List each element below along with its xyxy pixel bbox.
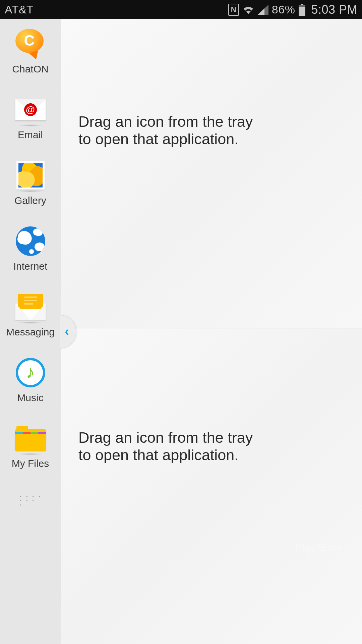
wifi-icon <box>242 5 254 15</box>
tray-create-button[interactable]: · · · ·· · ·· <box>0 491 61 513</box>
clock-time: 5:03 PM <box>311 3 357 17</box>
drop-zone-bottom[interactable]: Drag an icon from the tray to open that … <box>61 328 362 644</box>
status-right-group: N 86% 5:03 PM <box>228 3 357 17</box>
multiwindow-screen: C ChatON @ Email Gallery Internet Messag… <box>0 19 362 644</box>
multiwindow-zones: Drag an icon from the tray to open that … <box>61 19 362 644</box>
tray-item-label: My Files <box>12 458 49 469</box>
ghost-app-label: Play Store <box>296 542 342 553</box>
music-icon: ♪ <box>16 358 45 387</box>
tray-item-label: Messaging <box>6 326 55 338</box>
svg-rect-2 <box>299 7 305 16</box>
tray-item-label: Internet <box>13 261 48 272</box>
chevron-left-icon: ‹ <box>65 324 69 339</box>
battery-percent: 86% <box>272 3 295 16</box>
drop-hint-text: Drag an icon from the tray to open that … <box>78 113 266 148</box>
tray-item-gallery[interactable]: Gallery <box>0 160 61 206</box>
status-bar: AT&T N 86% 5:03 PM <box>0 0 362 19</box>
tray-item-email[interactable]: @ Email <box>0 94 61 141</box>
tray-item-label: Gallery <box>14 195 46 206</box>
tray-item-messaging[interactable]: Messaging <box>0 291 61 338</box>
battery-icon <box>298 4 306 16</box>
messaging-icon <box>15 294 46 320</box>
tray-item-label: ChatON <box>12 63 48 75</box>
drop-zone-top[interactable]: Drag an icon from the tray to open that … <box>61 19 362 328</box>
tray-item-chaton[interactable]: C ChatON <box>0 29 61 75</box>
nfc-icon: N <box>228 4 239 16</box>
email-icon: @ <box>15 99 46 120</box>
cell-signal-icon <box>258 5 268 15</box>
tray-item-label: Music <box>17 392 43 404</box>
folder-icon <box>15 426 46 451</box>
carrier-label: AT&T <box>5 3 228 16</box>
gallery-icon <box>16 161 45 190</box>
chaton-icon: C <box>15 29 46 59</box>
tray-item-myfiles[interactable]: My Files <box>0 423 61 469</box>
drop-hint-text: Drag an icon from the tray to open that … <box>78 429 266 464</box>
svg-rect-0 <box>301 4 303 5</box>
globe-icon <box>16 226 45 256</box>
tray-item-internet[interactable]: Internet <box>0 226 61 272</box>
grip-dots-icon: · · · ·· · ·· <box>19 494 41 507</box>
tray-item-music[interactable]: ♪ Music <box>0 357 61 404</box>
tray-divider <box>5 485 56 485</box>
tray-item-label: Email <box>18 129 43 141</box>
app-tray[interactable]: C ChatON @ Email Gallery Internet Messag… <box>0 19 61 644</box>
